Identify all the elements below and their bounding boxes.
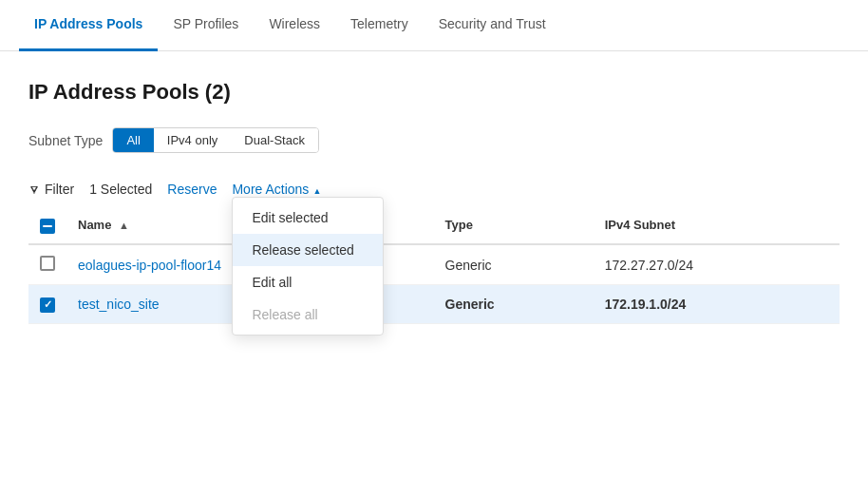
subnet-filter-group: AllIPv4 onlyDual-Stack [112, 127, 319, 153]
page-title: IP Address Pools (2) [28, 80, 840, 105]
pool-name-link-2[interactable]: test_nico_site [78, 297, 160, 312]
dropdown-item-release-all: Release all [233, 298, 383, 331]
subnet-filter: Subnet Type AllIPv4 onlyDual-Stack [28, 127, 840, 153]
table-container: Name ▲ Type IPv4 Subnet eolagues-ip-pool… [28, 206, 840, 324]
pool-type-1: Generic [434, 244, 594, 285]
nav-tabs: IP Address PoolsSP ProfilesWirelessTelem… [0, 0, 868, 51]
pool-type-2: Generic [434, 285, 594, 324]
more-actions-dropdown: Edit selectedRelease selectedEdit allRel… [232, 197, 384, 336]
ip-pools-table: Name ▲ Type IPv4 Subnet eolagues-ip-pool… [28, 206, 840, 324]
row-checkbox-2[interactable]: ✓ [40, 297, 55, 313]
header-ipv4-subnet: IPv4 Subnet [594, 206, 840, 244]
subnet-btn-all[interactable]: All [113, 128, 153, 152]
filter-button[interactable]: ⛛ Filter [28, 182, 74, 197]
more-actions-label: More Actions [232, 182, 309, 197]
filter-icon: ⛛ [28, 182, 41, 197]
row-checkbox-1[interactable] [40, 256, 55, 271]
table-row: ✓test_nico_siteGeneric172.19.1.0/24 [28, 285, 840, 324]
more-actions-button[interactable]: More Actions [232, 182, 321, 197]
pool-ipv4-subnet-1: 172.27.27.0/24 [594, 244, 840, 285]
subnet-btn-ipv4-only[interactable]: IPv4 only [154, 128, 231, 152]
header-type: Type [434, 206, 594, 244]
table-row: eolagues-ip-pool-floor14Generic172.27.27… [28, 244, 840, 285]
nav-tab-wireless[interactable]: Wireless [254, 0, 335, 51]
pool-ipv4-subnet-2: 172.19.1.0/24 [594, 285, 840, 324]
chevron-up-icon [312, 182, 321, 197]
dropdown-item-edit-selected[interactable]: Edit selected [233, 202, 383, 234]
selected-count: 1 Selected [89, 182, 152, 197]
name-sort-icon: ▲ [119, 220, 129, 231]
pool-name-link-1[interactable]: eolagues-ip-pool-floor14 [78, 258, 221, 273]
toolbar: ⛛ Filter 1 Selected Reserve More Actions… [28, 172, 840, 206]
table-header-row: Name ▲ Type IPv4 Subnet [28, 206, 840, 244]
header-checkbox[interactable] [40, 219, 55, 234]
nav-tab-telemetry[interactable]: Telemetry [335, 0, 424, 51]
nav-tab-sp-profiles[interactable]: SP Profiles [158, 0, 254, 51]
reserve-button[interactable]: Reserve [167, 182, 217, 197]
dropdown-item-release-selected[interactable]: Release selected [233, 234, 383, 266]
nav-tab-ip-address-pools[interactable]: IP Address Pools [19, 0, 158, 51]
dropdown-item-edit-all[interactable]: Edit all [233, 266, 383, 298]
nav-tab-security-and-trust[interactable]: Security and Trust [424, 0, 561, 51]
subnet-type-label: Subnet Type [28, 133, 103, 148]
more-actions-wrapper: More Actions Edit selectedRelease select… [232, 182, 321, 197]
filter-label: Filter [45, 182, 74, 197]
header-checkbox-cell [28, 206, 66, 244]
subnet-btn-dual-stack[interactable]: Dual-Stack [231, 128, 318, 152]
